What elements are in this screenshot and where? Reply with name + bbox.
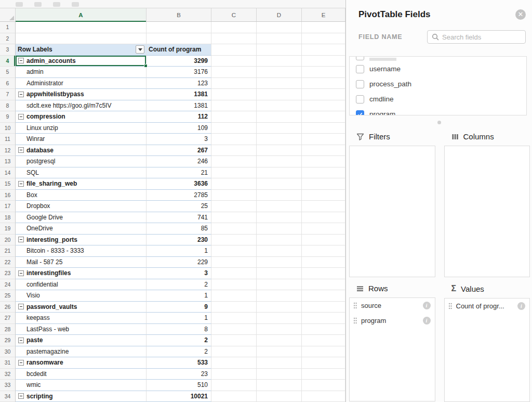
cell-C33[interactable] [211,380,257,391]
cell-E12[interactable] [302,145,345,157]
cell-B32[interactable]: 23 [147,369,211,380]
cell-B9[interactable]: 112 [147,111,211,123]
select-all-corner[interactable] [0,8,16,21]
cell-A23[interactable]: interestingfiles [16,268,147,279]
cell-A9[interactable]: compression [16,111,147,123]
cell-D31[interactable] [257,357,302,369]
cell-D22[interactable] [257,257,302,268]
cell-A4[interactable]: admin_accounts [16,56,147,67]
cell-A28[interactable]: LastPass - web [16,324,147,335]
cell-C8[interactable] [211,100,257,112]
cell-D29[interactable] [257,335,302,346]
row-header-2[interactable]: 2 [0,33,16,45]
cell-E1[interactable] [302,22,345,33]
cell-B6[interactable]: 123 [147,78,211,89]
cell-D7[interactable] [257,89,302,100]
cell-A18[interactable]: Google Drive [16,212,147,224]
cell-E2[interactable] [302,33,345,45]
cell-C6[interactable] [211,78,257,89]
cell-D13[interactable] [257,156,302,167]
cell-B23[interactable]: 3 [147,268,211,279]
cell-B26[interactable]: 9 [147,302,211,313]
cell-A29[interactable]: paste [16,335,147,346]
cell-A10[interactable]: Linux unzip [16,123,147,134]
row-header-13[interactable]: 13 [0,156,16,167]
cell-A14[interactable]: SQL [16,167,147,179]
cell-B12[interactable]: 267 [147,145,211,157]
cell-E16[interactable] [302,190,345,201]
row-header-21[interactable]: 21 [0,245,16,257]
row-header-4[interactable]: 4 [0,56,16,67]
row-header-33[interactable]: 33 [0,380,16,391]
cell-C31[interactable] [211,357,257,369]
cell-A33[interactable]: wmic [16,380,147,391]
search-input[interactable] [442,33,521,41]
cell-B24[interactable]: 2 [147,279,211,291]
cell-B20[interactable]: 230 [147,235,211,246]
cell-A30[interactable]: pastemagazine [16,346,147,358]
cell-D27[interactable] [257,313,302,324]
cell-D25[interactable] [257,290,302,302]
cell-C15[interactable] [211,178,257,190]
cell-D21[interactable] [257,245,302,257]
drag-handle-icon[interactable] [353,317,357,324]
cell-D20[interactable] [257,235,302,246]
cell-D15[interactable] [257,178,302,190]
cell-C5[interactable] [211,67,257,78]
collapse-icon[interactable] [18,304,24,309]
cell-C34[interactable] [211,391,257,402]
cell-B5[interactable]: 3176 [147,67,211,78]
cell-E4[interactable] [302,56,345,67]
row-header-32[interactable]: 32 [0,369,16,380]
cell-B33[interactable]: 510 [147,380,211,391]
checkbox-program[interactable] [356,110,364,116]
cell-B27[interactable]: 1 [147,313,211,324]
field-item-program[interactable]: program [350,107,526,115]
collapse-icon[interactable] [18,237,24,242]
filters-dropzone[interactable] [349,146,435,277]
cell-A25[interactable]: Visio [16,290,147,302]
cell-D33[interactable] [257,380,302,391]
cell-D8[interactable] [257,100,302,112]
cell-A3[interactable]: Row Labels [16,44,147,56]
cell-E30[interactable] [302,346,345,358]
cell-A16[interactable]: Box [16,190,147,201]
cell-D16[interactable] [257,190,302,201]
cell-C24[interactable] [211,279,257,291]
cell-B22[interactable]: 229 [147,257,211,268]
row-header-23[interactable]: 23 [0,268,16,279]
drag-handle-icon[interactable] [353,302,357,309]
values-dropzone[interactable]: Count of progr...i [444,298,530,402]
cell-E32[interactable] [302,369,345,380]
cell-E22[interactable] [302,257,345,268]
cell-C20[interactable] [211,235,257,246]
row-labels-filter-button[interactable] [136,45,144,54]
cell-E6[interactable] [302,78,345,89]
cell-E13[interactable] [302,156,345,167]
cell-B3[interactable]: Count of program [147,44,211,56]
cell-C32[interactable] [211,369,257,380]
cell-B30[interactable]: 2 [147,346,211,358]
cell-D14[interactable] [257,167,302,179]
row-header-29[interactable]: 29 [0,335,16,346]
column-header-D[interactable]: D [257,8,302,21]
cell-B16[interactable]: 2785 [147,190,211,201]
cell-E24[interactable] [302,279,345,291]
cell-D30[interactable] [257,346,302,358]
cell-E3[interactable] [302,44,345,56]
row-header-6[interactable]: 6 [0,78,16,89]
cell-A21[interactable]: Bitcoin - 8333 - 3333 [16,245,147,257]
row-header-10[interactable]: 10 [0,123,16,134]
drag-handle-icon[interactable] [448,303,453,309]
columns-dropzone[interactable] [444,146,530,277]
cell-C11[interactable] [211,134,257,145]
cell-A31[interactable]: ransomware [16,357,147,369]
cell-D32[interactable] [257,369,302,380]
cell-E9[interactable] [302,111,345,123]
cell-A11[interactable]: Winrar [16,134,147,145]
cell-B18[interactable]: 741 [147,212,211,224]
cell-A7[interactable]: appwhitelistbypass [16,89,147,100]
cell-E11[interactable] [302,134,345,145]
row-header-25[interactable]: 25 [0,290,16,302]
row-header-26[interactable]: 26 [0,302,16,313]
